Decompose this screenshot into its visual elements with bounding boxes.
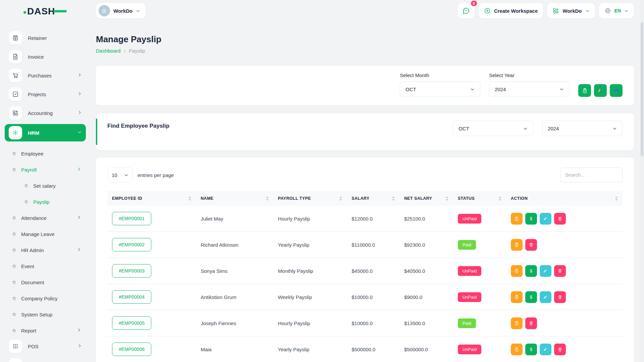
cell-net-salary: $500000.0 xyxy=(399,336,453,362)
payslip-button[interactable] xyxy=(511,344,523,355)
payslip-button[interactable] xyxy=(511,317,523,329)
sidebar-item-projects[interactable]: Projects xyxy=(5,86,86,102)
payslip-button[interactable] xyxy=(511,213,523,225)
language-selector[interactable]: EN xyxy=(599,3,634,18)
sidebar-item-payslip[interactable]: Payslip xyxy=(5,194,86,210)
sort-icon[interactable] xyxy=(339,196,342,201)
delete-button[interactable] xyxy=(554,265,566,277)
edit-button[interactable] xyxy=(540,265,551,277)
pay-button[interactable] xyxy=(525,213,537,225)
main-content: Manage Payslip Dashboard › Payslip Selec… xyxy=(91,21,644,362)
delete-button[interactable] xyxy=(554,344,566,355)
sidebar-item-purchases[interactable]: Purchases xyxy=(5,68,86,83)
sort-icon[interactable] xyxy=(499,196,501,201)
edit-button[interactable] xyxy=(540,213,551,225)
delete-button[interactable] xyxy=(554,213,566,225)
sidebar-item-label: Payroll xyxy=(21,167,37,173)
sort-icon[interactable] xyxy=(189,196,191,201)
find-month-select[interactable]: OCT xyxy=(453,121,533,136)
cell-salary: $110000.0 xyxy=(347,232,399,258)
employee-id-button[interactable]: #EMP00003 xyxy=(112,264,151,278)
app-logo[interactable]: DASH xyxy=(0,5,91,17)
pay-button[interactable] xyxy=(525,265,537,277)
sidebar-item-employee[interactable]: Employee xyxy=(5,145,86,162)
payslip-button[interactable] xyxy=(511,265,523,277)
sidebar-item-label: Event xyxy=(21,263,34,269)
column-header-status[interactable]: STATUS xyxy=(453,191,506,206)
search-input[interactable] xyxy=(560,168,623,182)
column-header-payroll-type[interactable]: PAYROLL TYPE xyxy=(273,191,347,206)
sidebar-item-label: POS xyxy=(28,344,39,349)
bullet-icon xyxy=(12,296,16,300)
column-header-salary[interactable]: SALARY xyxy=(347,191,399,206)
sidebar-item-system-setup[interactable]: System Setup xyxy=(5,306,86,322)
onedrive-button[interactable] xyxy=(610,84,623,97)
sidebar-item-accounting[interactable]: Accounting xyxy=(5,105,86,121)
cell-name: Joseph Fiennes xyxy=(196,310,273,336)
cell-net-salary: $25100.0 xyxy=(399,206,453,232)
create-workspace-button[interactable]: Create Workspace xyxy=(479,3,543,18)
payslip-button[interactable] xyxy=(511,239,523,251)
sidebar-item-attendance[interactable]: Attendance xyxy=(5,210,86,226)
sidebar-item-company-policy[interactable]: Company Policy xyxy=(5,290,86,306)
payslip-table-card: 10 entries per page EMPLOYEE IDNAMEPAYRO… xyxy=(96,158,634,362)
column-header-action[interactable]: ACTION xyxy=(506,191,623,206)
delete-button[interactable] xyxy=(525,239,537,251)
sidebar-item-crm[interactable]: CRM xyxy=(5,357,86,362)
cell-payroll-type: Hourly Payslip xyxy=(273,206,347,232)
bullet-icon xyxy=(12,264,16,268)
breadcrumb-dashboard-link[interactable]: Dashboard xyxy=(96,48,120,54)
chevron-right-icon xyxy=(77,167,81,173)
messages-button[interactable]: 0 xyxy=(458,3,475,18)
employee-id-button[interactable]: #EMP00002 xyxy=(112,238,151,251)
sidebar-nav: RetainerInvoicePurchasesProjectsAccounti… xyxy=(0,21,91,362)
delete-button[interactable] xyxy=(554,291,566,303)
scrollbar-thumb[interactable] xyxy=(641,22,643,156)
sidebar-item-label: Projects xyxy=(28,92,46,97)
page-scrollbar[interactable] xyxy=(640,0,644,362)
bullet-icon xyxy=(24,200,28,204)
sidebar-item-event[interactable]: Event xyxy=(5,258,86,274)
payslip-export-button[interactable] xyxy=(578,84,591,97)
sidebar-item-set-salary[interactable]: Set salary xyxy=(5,178,86,194)
sort-icon[interactable] xyxy=(266,196,269,201)
cart-icon xyxy=(9,69,22,82)
sort-icon[interactable] xyxy=(392,196,395,201)
pay-button[interactable] xyxy=(525,291,537,303)
sidebar-item-hr-admin[interactable]: HR Admin xyxy=(5,242,86,258)
row-actions xyxy=(511,213,618,225)
sort-icon[interactable] xyxy=(446,196,448,201)
sidebar-item-manage-leave[interactable]: Manage Leave xyxy=(5,226,86,242)
employee-id-button[interactable]: #EMP00006 xyxy=(112,343,151,356)
find-year-select[interactable]: 2024 xyxy=(542,121,623,136)
edit-button[interactable] xyxy=(540,291,551,303)
sidebar-item-report[interactable]: Report xyxy=(5,322,86,339)
chevron-down-icon xyxy=(559,87,564,92)
employee-id-button[interactable]: #EMP00001 xyxy=(112,212,151,225)
sidebar-item-payroll[interactable]: Payroll xyxy=(5,162,86,178)
sidebar-item-retainer[interactable]: Retainer xyxy=(5,30,86,46)
edit-button[interactable] xyxy=(540,344,551,355)
payslip-button[interactable] xyxy=(511,291,523,303)
delete-button[interactable] xyxy=(525,317,537,329)
employee-id-button[interactable]: #EMP00005 xyxy=(112,316,151,330)
year-select[interactable]: 2024 xyxy=(489,81,570,97)
sidebar-item-label: Document xyxy=(21,280,44,285)
sidebar-item-pos[interactable]: POS xyxy=(5,339,86,354)
column-header-name[interactable]: NAME xyxy=(196,191,273,206)
workdo-apps-menu[interactable]: WorkDo xyxy=(547,3,595,18)
sidebar-item-invoice[interactable]: Invoice xyxy=(5,49,86,64)
sort-icon[interactable] xyxy=(615,196,618,201)
month-select[interactable]: OCT xyxy=(400,81,480,97)
entries-per-page-select[interactable]: 10 xyxy=(107,168,133,182)
bullet-icon xyxy=(12,168,16,172)
column-header-employee-id[interactable]: EMPLOYEE ID xyxy=(107,191,196,206)
sidebar-item-document[interactable]: Document xyxy=(5,274,86,290)
column-header-net-salary[interactable]: NET SALARY xyxy=(399,191,453,206)
sidebar-item-hrm[interactable]: HRM xyxy=(5,124,86,141)
pay-button[interactable] xyxy=(525,344,537,355)
employee-id-button[interactable]: #EMP00004 xyxy=(112,290,151,304)
cell-name: Antikstion Grum xyxy=(196,284,273,310)
google-drive-button[interactable] xyxy=(594,84,607,97)
workspace-switcher[interactable]: WorkDo xyxy=(96,3,146,18)
